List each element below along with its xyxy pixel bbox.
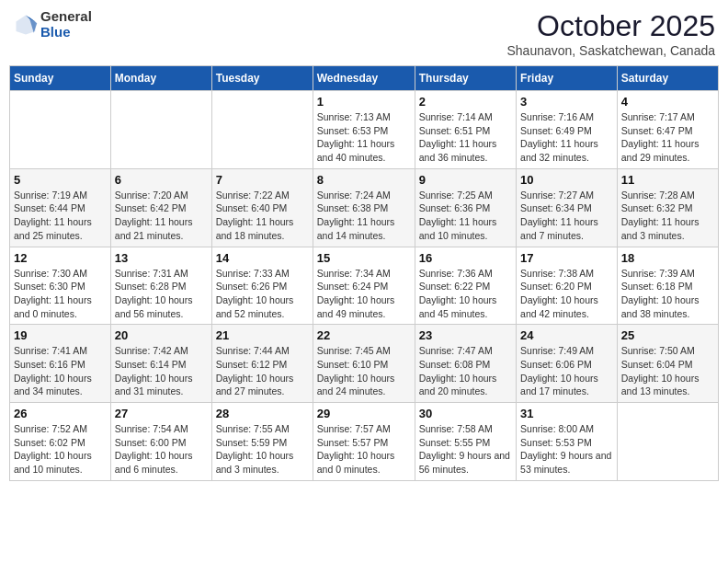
day-info: Sunrise: 7:47 AM Sunset: 6:08 PM Dayligh… [419,344,512,398]
day-info: Sunrise: 7:27 AM Sunset: 6:34 PM Dayligh… [520,189,613,243]
logo-text: General Blue [40,9,92,40]
day-info: Sunrise: 7:57 AM Sunset: 5:57 PM Dayligh… [317,422,411,477]
calendar-table: SundayMondayTuesdayWednesdayThursdayFrid… [9,65,719,481]
day-info: Sunrise: 7:58 AM Sunset: 5:55 PM Dayligh… [419,422,512,477]
calendar-cell: 16Sunrise: 7:36 AM Sunset: 6:22 PM Dayli… [415,247,516,325]
weekday-header-row: SundayMondayTuesdayWednesdayThursdayFrid… [10,66,719,91]
day-info: Sunrise: 7:22 AM Sunset: 6:40 PM Dayligh… [216,189,309,243]
day-number: 30 [419,407,512,420]
calendar-cell: 19Sunrise: 7:41 AM Sunset: 6:16 PM Dayli… [10,325,111,403]
day-info: Sunrise: 7:31 AM Sunset: 6:28 PM Dayligh… [115,267,208,321]
calendar-cell [211,91,313,169]
day-info: Sunrise: 7:17 AM Sunset: 6:47 PM Dayligh… [621,110,714,165]
logo-general: General [40,9,92,25]
day-info: Sunrise: 7:49 AM Sunset: 6:06 PM Dayligh… [520,344,613,398]
calendar-cell [617,403,718,481]
day-info: Sunrise: 7:50 AM Sunset: 6:04 PM Dayligh… [621,344,714,398]
day-info: Sunrise: 7:34 AM Sunset: 6:24 PM Dayligh… [317,267,411,321]
calendar-cell: 20Sunrise: 7:42 AM Sunset: 6:14 PM Dayli… [110,325,211,403]
calendar-cell: 10Sunrise: 7:27 AM Sunset: 6:34 PM Dayli… [517,168,618,247]
day-info: Sunrise: 7:14 AM Sunset: 6:51 PM Dayligh… [419,110,512,165]
day-info: Sunrise: 7:54 AM Sunset: 6:00 PM Dayligh… [115,422,208,477]
day-number: 28 [216,407,309,420]
week-row-2: 5Sunrise: 7:19 AM Sunset: 6:44 PM Daylig… [10,168,719,247]
day-info: Sunrise: 8:00 AM Sunset: 5:53 PM Dayligh… [520,422,613,477]
calendar-cell: 7Sunrise: 7:22 AM Sunset: 6:40 PM Daylig… [211,168,313,247]
calendar-cell [10,91,111,169]
weekday-header-tuesday: Tuesday [211,66,313,91]
calendar-cell: 31Sunrise: 8:00 AM Sunset: 5:53 PM Dayli… [517,403,618,481]
calendar-cell: 26Sunrise: 7:52 AM Sunset: 6:02 PM Dayli… [10,403,111,481]
day-info: Sunrise: 7:39 AM Sunset: 6:18 PM Dayligh… [621,267,714,321]
calendar-cell: 15Sunrise: 7:34 AM Sunset: 6:24 PM Dayli… [313,247,415,325]
day-number: 16 [419,251,512,265]
page-header: General Blue October 2025 Shaunavon, Sas… [9,9,719,58]
weekday-header-wednesday: Wednesday [313,66,415,91]
day-number: 18 [621,251,714,265]
day-info: Sunrise: 7:36 AM Sunset: 6:22 PM Dayligh… [419,267,512,321]
day-info: Sunrise: 7:16 AM Sunset: 6:49 PM Dayligh… [520,110,613,165]
day-info: Sunrise: 7:24 AM Sunset: 6:38 PM Dayligh… [317,189,411,243]
calendar-cell [110,91,211,169]
day-number: 26 [14,407,107,420]
calendar-cell: 5Sunrise: 7:19 AM Sunset: 6:44 PM Daylig… [10,168,111,247]
calendar-cell: 27Sunrise: 7:54 AM Sunset: 6:00 PM Dayli… [110,403,211,481]
calendar-cell: 11Sunrise: 7:28 AM Sunset: 6:32 PM Dayli… [617,168,718,247]
day-info: Sunrise: 7:38 AM Sunset: 6:20 PM Dayligh… [520,267,613,321]
day-number: 13 [115,251,208,265]
day-info: Sunrise: 7:44 AM Sunset: 6:12 PM Dayligh… [216,344,309,398]
day-info: Sunrise: 7:28 AM Sunset: 6:32 PM Dayligh… [621,189,714,243]
calendar-cell: 14Sunrise: 7:33 AM Sunset: 6:26 PM Dayli… [211,247,313,325]
calendar-cell: 25Sunrise: 7:50 AM Sunset: 6:04 PM Dayli… [617,325,718,403]
day-info: Sunrise: 7:41 AM Sunset: 6:16 PM Dayligh… [14,344,107,398]
calendar-cell: 21Sunrise: 7:44 AM Sunset: 6:12 PM Dayli… [211,325,313,403]
day-number: 19 [14,328,107,342]
calendar-cell: 2Sunrise: 7:14 AM Sunset: 6:51 PM Daylig… [415,91,516,169]
day-number: 17 [520,251,613,265]
day-number: 5 [14,173,107,187]
logo-blue: Blue [40,25,92,40]
day-number: 6 [115,173,208,187]
day-number: 7 [216,173,309,187]
calendar-cell: 29Sunrise: 7:57 AM Sunset: 5:57 PM Dayli… [313,403,415,481]
calendar-cell: 8Sunrise: 7:24 AM Sunset: 6:38 PM Daylig… [313,168,415,247]
weekday-header-monday: Monday [110,66,211,91]
day-info: Sunrise: 7:19 AM Sunset: 6:44 PM Dayligh… [14,189,107,243]
calendar-cell: 28Sunrise: 7:55 AM Sunset: 5:59 PM Dayli… [211,403,313,481]
day-info: Sunrise: 7:45 AM Sunset: 6:10 PM Dayligh… [317,344,411,398]
day-info: Sunrise: 7:13 AM Sunset: 6:53 PM Dayligh… [317,110,411,165]
weekday-header-thursday: Thursday [415,66,516,91]
week-row-4: 19Sunrise: 7:41 AM Sunset: 6:16 PM Dayli… [10,325,719,403]
day-info: Sunrise: 7:52 AM Sunset: 6:02 PM Dayligh… [14,422,107,477]
calendar-cell: 9Sunrise: 7:25 AM Sunset: 6:36 PM Daylig… [415,168,516,247]
calendar-cell: 13Sunrise: 7:31 AM Sunset: 6:28 PM Dayli… [110,247,211,325]
day-info: Sunrise: 7:33 AM Sunset: 6:26 PM Dayligh… [216,267,309,321]
calendar-cell: 22Sunrise: 7:45 AM Sunset: 6:10 PM Dayli… [313,325,415,403]
logo-icon [13,12,39,38]
day-number: 2 [419,95,512,109]
day-number: 22 [317,328,411,342]
weekday-header-friday: Friday [517,66,618,91]
day-number: 12 [14,251,107,265]
day-info: Sunrise: 7:42 AM Sunset: 6:14 PM Dayligh… [115,344,208,398]
day-number: 11 [621,173,714,187]
title-block: October 2025 Shaunavon, Saskatchewan, Ca… [507,9,716,58]
day-info: Sunrise: 7:55 AM Sunset: 5:59 PM Dayligh… [216,422,309,477]
week-row-3: 12Sunrise: 7:30 AM Sunset: 6:30 PM Dayli… [10,247,719,325]
day-number: 8 [317,173,411,187]
day-info: Sunrise: 7:30 AM Sunset: 6:30 PM Dayligh… [14,267,107,321]
day-number: 31 [520,407,613,420]
day-number: 27 [115,407,208,420]
calendar-cell: 6Sunrise: 7:20 AM Sunset: 6:42 PM Daylig… [110,168,211,247]
day-number: 15 [317,251,411,265]
day-number: 14 [216,251,309,265]
calendar-cell: 12Sunrise: 7:30 AM Sunset: 6:30 PM Dayli… [10,247,111,325]
calendar-cell: 18Sunrise: 7:39 AM Sunset: 6:18 PM Dayli… [617,247,718,325]
weekday-header-sunday: Sunday [10,66,111,91]
logo: General Blue [13,9,92,40]
calendar-cell: 23Sunrise: 7:47 AM Sunset: 6:08 PM Dayli… [415,325,516,403]
month-title: October 2025 [507,9,716,43]
day-number: 20 [115,328,208,342]
calendar-cell: 30Sunrise: 7:58 AM Sunset: 5:55 PM Dayli… [415,403,516,481]
day-number: 21 [216,328,309,342]
